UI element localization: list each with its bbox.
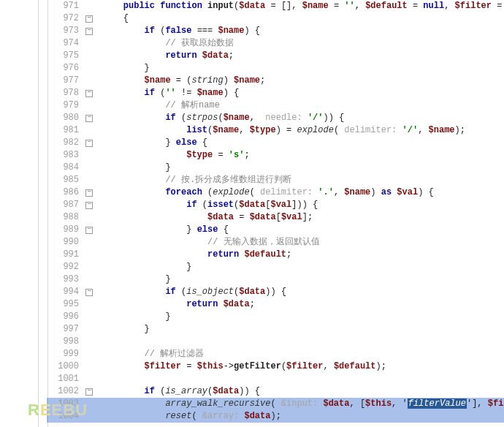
code-line[interactable]: 979 // 解析name	[47, 99, 504, 112]
code-content[interactable]: } else {	[102, 224, 504, 236]
code-content[interactable]: $filter = $this->getFilter($filter, $def…	[102, 360, 504, 373]
code-content[interactable]: if (false === $name) {	[102, 25, 504, 37]
code-line[interactable]: 994− if (is_object($data)) {	[47, 286, 504, 298]
token-pun: ;	[250, 299, 255, 309]
code-line[interactable]: 978− if ('' != $name) {	[47, 87, 504, 99]
code-line[interactable]: 987− if (isset($data[$val])) {	[47, 199, 504, 211]
code-content[interactable]: }	[102, 311, 504, 323]
code-content[interactable]: // 解析name	[102, 99, 504, 112]
code-line[interactable]: 982− } else {	[47, 137, 504, 149]
code-line[interactable]: 971 public function input($data = [], $n…	[47, 0, 504, 12]
token-hint: &array:	[202, 411, 245, 421]
code-line[interactable]: 1004 reset( &array: $data);	[47, 410, 504, 423]
fold-toggle[interactable]: −	[85, 12, 93, 25]
code-editor: 971 public function input($data = [], $n…	[0, 0, 504, 427]
code-content[interactable]: if (is_object($data)) {	[102, 286, 504, 298]
code-line[interactable]: 986− foreach (explode( delimiter: '.', $…	[47, 186, 504, 199]
code-content[interactable]: array_walk_recursive( &input: $data, [$t…	[102, 398, 504, 410]
code-content[interactable]	[102, 373, 504, 385]
code-content[interactable]: }	[102, 62, 504, 75]
line-number: 998	[47, 336, 79, 348]
token-pun: )	[224, 75, 234, 86]
token-pun: , [	[349, 398, 365, 409]
code-line[interactable]: 983 $type = 's';	[47, 149, 504, 162]
fold-toggle[interactable]: −	[85, 199, 93, 211]
token-var: $data	[239, 1, 265, 11]
code-content[interactable]: // 获取原始数据	[102, 37, 504, 50]
fold-toggle[interactable]: −	[85, 385, 93, 398]
code-line[interactable]: 989− } else {	[47, 224, 504, 236]
code-line[interactable]: 980− if (strpos($name, needle: '/')) {	[47, 112, 504, 124]
code-line[interactable]: 977 $name = (string) $name;	[47, 75, 504, 87]
code-line[interactable]: 991 return $default;	[47, 249, 504, 261]
token-pun: {	[224, 224, 229, 235]
code-content[interactable]: $type = 's';	[102, 149, 504, 162]
code-line[interactable]: 993 }	[47, 273, 504, 286]
code-content[interactable]: }	[102, 323, 504, 336]
code-line[interactable]: 1003 array_walk_recursive( &input: $data…	[47, 398, 504, 410]
code-line[interactable]: 999 // 解析过滤器	[47, 348, 504, 360]
fold-toggle[interactable]: −	[85, 25, 93, 37]
token-var: $data	[244, 411, 270, 421]
code-line[interactable]: 975 return $data;	[47, 50, 504, 62]
fold-toggle	[85, 99, 93, 112]
code-line[interactable]: 990 // 无输入数据，返回默认值	[47, 236, 504, 249]
code-area[interactable]: 971 public function input($data = [], $n…	[47, 0, 504, 427]
fold-toggle[interactable]: −	[85, 186, 93, 199]
line-number: 978	[47, 87, 79, 99]
token-kw: if	[186, 200, 202, 210]
fold-toggle[interactable]: −	[85, 137, 93, 149]
code-line[interactable]: 984 }	[47, 162, 504, 174]
token-var: $data	[239, 200, 265, 210]
code-content[interactable]: foreach (explode( delimiter: '.', $name)…	[102, 186, 504, 199]
code-content[interactable]: return $default;	[102, 249, 504, 261]
fold-toggle[interactable]: −	[85, 87, 93, 99]
code-content[interactable]: return $data;	[102, 50, 504, 62]
fold-toggle	[85, 348, 93, 360]
code-content[interactable]: reset( &array: $data);	[102, 410, 504, 423]
fold-toggle[interactable]: −	[85, 286, 93, 298]
code-line[interactable]: 998	[47, 336, 504, 348]
token-var: $default	[365, 1, 408, 11]
code-line[interactable]: 1000 $filter = $this->getFilter($filter,…	[47, 360, 504, 373]
code-line[interactable]: 992 }	[47, 261, 504, 273]
code-line[interactable]: 988 $data = $data[$val];	[47, 211, 504, 224]
code-content[interactable]: public function input($data = [], $name …	[102, 0, 504, 12]
fold-toggle[interactable]: −	[85, 224, 93, 236]
code-line[interactable]: 981 list($name, $type) = explode( delimi…	[47, 124, 504, 137]
code-line[interactable]: 985 // 按.拆分成多维数组进行判断	[47, 174, 504, 186]
code-content[interactable]: if (is_array($data)) {	[102, 385, 504, 398]
code-line[interactable]: 997 }	[47, 323, 504, 336]
code-content[interactable]: $data = $data[$val];	[102, 211, 504, 224]
code-content[interactable]: if (strpos($name, needle: '/')) {	[102, 112, 504, 124]
code-line[interactable]: 976 }	[47, 62, 504, 75]
code-line[interactable]: 996 }	[47, 311, 504, 323]
token-kw: foreach	[165, 187, 207, 197]
code-content[interactable]: }	[102, 261, 504, 273]
code-line[interactable]: 974 // 获取原始数据	[47, 37, 504, 50]
fold-toggle[interactable]: −	[85, 112, 93, 124]
code-content[interactable]: } else {	[102, 137, 504, 149]
code-line[interactable]: 973− if (false === $name) {	[47, 25, 504, 37]
code-line[interactable]: 1002− if (is_array($data)) {	[47, 385, 504, 398]
code-content[interactable]: list($name, $type) = explode( delimiter:…	[102, 124, 504, 137]
token-fn: array_walk_recursive	[165, 398, 270, 409]
code-content[interactable]: // 按.拆分成多维数组进行判断	[102, 174, 504, 186]
code-content[interactable]: {	[102, 12, 504, 25]
code-content[interactable]: if (isset($data[$val])) {	[102, 199, 504, 211]
code-content[interactable]: $name = (string) $name;	[102, 75, 504, 87]
token-pun: =	[329, 1, 345, 11]
code-content[interactable]	[102, 336, 504, 348]
code-line[interactable]: 1001	[47, 373, 504, 385]
code-line[interactable]: 972− {	[47, 12, 504, 25]
fold-toggle	[85, 0, 93, 12]
code-content[interactable]: }	[102, 273, 504, 286]
line-number: 974	[47, 37, 79, 50]
code-line[interactable]: 995 return $data;	[47, 298, 504, 311]
code-content[interactable]: // 无输入数据，返回默认值	[102, 236, 504, 249]
code-content[interactable]: // 解析过滤器	[102, 348, 504, 360]
code-content[interactable]: return $data;	[102, 298, 504, 311]
code-content[interactable]: }	[102, 162, 504, 174]
token-hint: delimiter:	[344, 125, 402, 135]
code-content[interactable]: if ('' != $name) {	[102, 87, 504, 99]
